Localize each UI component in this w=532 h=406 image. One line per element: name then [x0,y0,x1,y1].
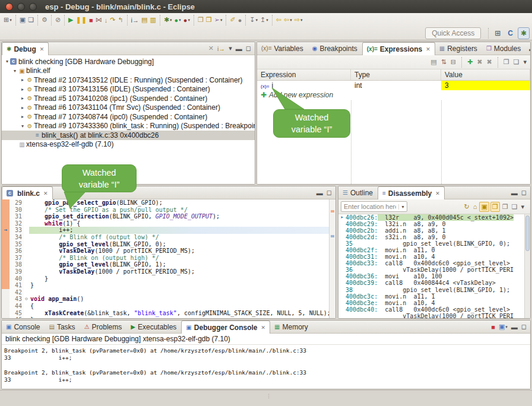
annotation-ruler[interactable] [2,268,10,275]
expander-icon[interactable]: ▸ [20,105,26,110]
disassembly-line[interactable]: 400dbc3e: movi.n a10, 4 [338,300,530,306]
build-icon[interactable]: ⚙ [40,15,49,24]
open-resource-icon[interactable]: ❐ [205,15,213,24]
tab-memory[interactable]: ▦Memory [270,321,313,333]
new-expressions-view-icon[interactable]: ❐ [502,58,511,66]
annotation-ruler[interactable] [2,234,10,241]
view-menu-icon[interactable]: ▾ [522,58,528,66]
expander-icon[interactable]: ▸ [20,77,26,83]
close-icon[interactable]: ✕ [426,46,430,52]
annotation-ruler[interactable] [2,275,10,283]
annotation-ruler[interactable] [2,255,10,262]
minimize-icon[interactable]: ▬ [528,45,531,53]
tree-item[interactable]: ▾cblink checking [GDB Hardware Debugging… [2,57,255,66]
terminate-console-icon[interactable]: ■ [490,323,496,331]
tab-console[interactable]: ▣Console [2,321,45,333]
new-view-icon[interactable]: ❐ [501,202,509,211]
tab-executables[interactable]: ▶Executables [126,321,181,333]
disassembly-source-line[interactable]: 35 gpio_set_level(BLINK_GPIO, 0); [338,240,530,247]
disassembly-line[interactable]: 400dbc36: movi a10, 100 [338,273,530,280]
annotation-ruler[interactable] [2,282,10,289]
suspend-icon[interactable]: ❚❚ [75,15,88,24]
editor-line[interactable]: 35 gpio_set_level(BLINK_GPIO, 0); [2,241,335,248]
view-menu-icon[interactable]: ▾ [520,202,525,211]
external-tools-icon[interactable]: ●▾ [182,16,191,24]
disassembly-body[interactable]: ➤400dbc26: l32r a9, 0x400d045c <_stext+1… [338,214,530,318]
minimize-icon[interactable]: ▬ [235,45,243,53]
tab-disassembly[interactable]: ≡Disassembly✕ [378,186,445,199]
disassembly-line[interactable]: ➤400dbc26: l32r a9, 0x400d045c <_stext+1… [338,214,530,221]
editor-line[interactable]: 42 [2,289,335,296]
edit-step-filters-icon[interactable]: ▥ [148,15,157,24]
tab-tasks[interactable]: ▤Tasks [45,321,80,333]
editor-line[interactable]: 30 /* Set the GPIO as a push/pull output… [2,207,335,214]
column-header-value[interactable]: Value [441,69,530,80]
editor-line[interactable]: 44{ [2,303,335,310]
tree-item[interactable]: ▾▣blink.elf [2,66,255,76]
code-editor[interactable]: 29 gpio_pad_select_gpio(BLINK_GPIO);30 /… [2,199,335,318]
step-over-icon[interactable]: ↷ [109,15,116,24]
view-menu-icon[interactable]: ▾ [227,44,233,53]
save-all-icon[interactable]: ❏ [27,15,35,24]
tree-item[interactable]: ▸⚙Thread #5 1073410208 (ipc1) (Suspended… [2,94,255,103]
fold-marker-icon[interactable]: ⊖ [24,296,29,303]
display-selected-console-icon[interactable]: ▣▾ [498,322,509,331]
close-icon[interactable]: ✕ [43,191,48,196]
minimize-icon[interactable]: ▬ [510,189,519,197]
disassembly-source-line[interactable]: vTaskDelay(1000 / portTICK_PERI [338,313,530,318]
add-expression-icon[interactable]: ✚ [466,58,474,66]
editor-line[interactable]: 39 vTaskDelay(1000 / portTICK_PERIOD_MS)… [2,268,335,275]
column-header-expression[interactable]: Expression [257,69,351,80]
annotation-ruler[interactable] [2,248,10,255]
tab-registers[interactable]: ▦Registers [435,42,482,55]
cpp-perspective-button[interactable]: C [505,28,515,39]
editor-line[interactable]: 32 while(1) { [2,220,335,227]
format-icon[interactable]: ✐ [229,15,236,24]
close-icon[interactable]: ✕ [435,191,440,196]
tab-breakpoints[interactable]: ◉Breakpoints [308,42,362,55]
maximize-icon[interactable]: ◻ [520,322,528,331]
sync-context-toggle-icon[interactable]: ❐ [490,202,500,212]
annotation-ruler[interactable] [2,199,10,207]
disassembly-location-input[interactable] [341,203,398,210]
tree-item[interactable]: ▸⚙Thread #3 1073413156 (IDLE) (Suspended… [2,85,255,94]
refresh-view-icon[interactable]: ↻ [463,202,471,211]
disassembly-line[interactable]: 400dbc31: movi.n a10, 4 [338,253,530,260]
editor-line[interactable]: 34 /* Blink off (output low) */ [2,234,335,241]
tab-modules[interactable]: ❐Modules [482,42,525,55]
overview-ruler[interactable] [329,199,335,318]
editor-line[interactable]: 38 gpio_set_level(BLINK_GPIO, 1); [2,261,335,268]
open-perspective-button[interactable]: ⊞ [492,28,503,39]
show-source-toggle-icon[interactable]: ▣ [479,202,489,212]
remove-all-terminated-icon[interactable]: ✕ [207,44,215,53]
editor-line[interactable]: 45 xTaskCreate(&blink_task, "blink_task"… [2,310,335,317]
show-logical-structure-icon[interactable]: ⇅ [440,58,448,66]
editor-line[interactable]: 40 } [2,275,335,283]
maximize-window-button[interactable] [29,3,37,11]
expander-icon[interactable]: ▸ [20,87,26,92]
expression-value-cell[interactable]: 3 [441,81,530,90]
skip-all-breakpoints-icon[interactable]: ⊘ [54,15,62,24]
editor-line[interactable]: 36 vTaskDelay(1000 / portTICK_PERIOD_MS)… [2,248,335,255]
disassembly-line[interactable]: 400dbc3c: movi.n a11, 1 [338,293,530,300]
tree-item[interactable]: ▸⚙Thread #7 1073408744 (ipc0) (Suspended… [2,112,255,122]
location-combo[interactable]: ▾ [341,201,407,212]
maximize-icon[interactable]: ◻ [245,44,252,53]
tab-debugger-console[interactable]: ▣Debugger Console✕ [181,321,270,334]
annotation-ruler[interactable] [2,241,10,248]
annotation-ruler[interactable] [2,316,10,318]
resume-icon[interactable]: ▶ [67,15,74,24]
disassembly-scrollbar[interactable] [524,214,530,318]
remove-expression-icon[interactable]: ✖ [476,58,483,66]
editor-line[interactable]: 29 gpio_pad_select_gpio(BLINK_GPIO); [2,199,335,207]
close-icon[interactable]: ✕ [40,46,45,52]
close-icon[interactable]: ✕ [261,325,266,331]
disassembly-line[interactable]: 400dbc29: l32i.n a8, a9, 0 [338,221,530,227]
tab-variables[interactable]: (x)=Variables [257,42,308,55]
editor-line[interactable]: 43⊖void app_main() [2,296,335,303]
tree-item[interactable]: ▸⚙Thread #2 1073413512 (IDLE : Running) … [2,75,255,85]
disconnect-icon[interactable]: ⋈ [94,15,103,24]
tab-blink-c[interactable]: cblink.c✕ [2,186,53,199]
expander-icon[interactable]: ▾ [20,123,26,129]
remove-all-expressions-icon[interactable]: ✖ [486,58,493,66]
